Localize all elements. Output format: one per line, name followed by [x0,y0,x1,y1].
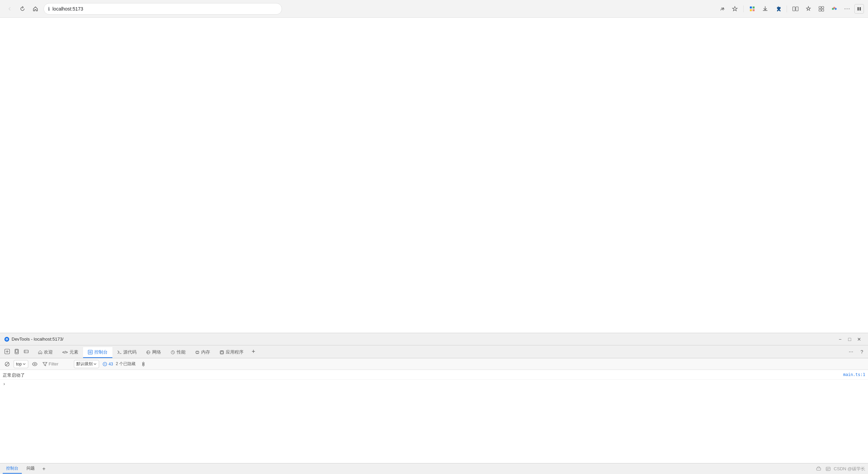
back-button[interactable] [4,3,15,14]
tab-performance[interactable]: 性能 [166,347,190,358]
console-output: 正常启动了 main.ts:1 › [0,370,868,463]
tab-more-button[interactable]: ··· [846,347,856,357]
devtools-panel-icons [1,347,32,358]
svg-rect-7 [796,7,798,11]
level-label: 默认级别 [76,361,93,367]
devtools-title-text: DevTools - localhost:5173/ [12,337,835,342]
tab-network[interactable]: 网络 [141,347,166,358]
devtools-logo [4,337,10,342]
application-tab-icon [220,350,224,355]
svg-rect-23 [16,350,18,353]
browser-chrome: ℹ localhost:5173 A 𝗔 [0,0,868,18]
devtools-maximize-button[interactable]: □ [845,334,854,344]
level-selector[interactable]: 默认级别 [74,360,99,368]
home-tab-icon [38,350,42,354]
svg-rect-6 [793,7,795,11]
top-dropdown-icon [22,362,26,366]
filter-input[interactable]: Filter [49,361,69,366]
message-icon [102,362,107,366]
devtools-icon-device[interactable] [12,347,21,356]
level-dropdown-icon [93,362,97,366]
svg-rect-30 [221,352,223,354]
devtools-panel: DevTools - localhost:5173/ − □ ✕ [0,333,868,474]
console-prompt-row: › [0,380,868,388]
split-screen-button[interactable] [790,3,801,15]
tab-welcome[interactable]: 欢迎 [33,347,58,358]
copilot-button[interactable] [828,3,840,15]
favorites-button[interactable] [729,3,741,15]
tab-help-button[interactable]: ? [857,347,867,357]
svg-point-32 [34,363,35,365]
toolbar-right: A 𝗔 [716,3,864,15]
svg-rect-8 [819,6,821,9]
sources-tab-icon [117,350,122,355]
filter-icon [43,362,47,366]
watermark: CSDN @碳学长 [834,466,865,472]
console-tab-icon [88,350,93,355]
address-bar[interactable]: ℹ localhost:5173 [44,3,282,15]
devtools-icon-inspect[interactable] [3,347,12,356]
bottom-icon-1[interactable] [815,465,823,473]
tab-application[interactable]: 应用程序 [215,347,248,358]
svg-point-20 [6,339,7,340]
browser-essentials-button[interactable] [772,3,784,15]
devtools-tabs: 欢迎 </> 元素 控制台 源代码 网络 [0,345,868,358]
svg-rect-4 [750,9,752,11]
bottom-tab-console[interactable]: 控制台 [3,464,22,474]
svg-rect-17 [859,7,861,11]
eye-button[interactable] [30,360,39,369]
favorites-bar-button[interactable] [803,3,814,15]
svg-point-24 [16,353,17,354]
message-count-num: 43 [109,362,113,366]
memory-tab-icon [195,350,200,355]
devtools-tab-more: ··· ? [846,347,867,357]
console-toolbar: top Filter 默认级别 [0,358,868,370]
svg-rect-2 [750,6,752,9]
top-selector[interactable]: top [14,360,28,368]
console-settings-button[interactable] [139,360,148,369]
hidden-count: 2 个已隐藏 [116,361,136,367]
tab-memory[interactable]: 内存 [190,347,215,358]
workspaces-button[interactable] [816,3,827,15]
refresh-button[interactable] [17,3,28,14]
more-button[interactable]: ··· [841,3,853,15]
svg-rect-3 [753,6,755,9]
bottom-tab-issues[interactable]: 问题 [23,464,38,474]
log-source-0[interactable]: main.ts:1 [843,372,865,377]
prompt-chevron[interactable]: › [3,381,5,387]
filter-section: Filter [43,361,69,366]
top-label: top [16,362,22,366]
svg-point-14 [833,7,835,9]
svg-rect-34 [817,468,821,470]
tab-sources[interactable]: 源代码 [112,347,141,358]
svg-rect-35 [826,467,830,471]
toolbar-separator-1 [743,5,744,12]
info-icon: ℹ [48,6,50,12]
tab-elements[interactable]: </> 元素 [58,347,83,358]
downloads-button[interactable] [759,3,771,15]
bottom-icon-2[interactable] [824,465,832,473]
home-button[interactable] [30,3,41,14]
clear-console-button[interactable] [3,360,12,369]
log-message-0: 正常启动了 [3,372,840,378]
extensions-button[interactable] [746,3,758,15]
devtools-bottom-bar: 控制台 问题 + CSDN @碳学长 [0,463,868,474]
bottom-right-icons: CSDN @碳学长 [815,465,865,473]
url-text: localhost:5173 [52,6,83,12]
tab-add[interactable]: + [248,347,259,358]
toolbar-separator-2 [787,5,787,12]
nav-buttons [4,3,41,14]
bottom-tab-add[interactable]: + [40,464,48,473]
read-aloud-button[interactable]: A 𝗔 [716,3,728,15]
svg-rect-5 [753,9,755,11]
devtools-minimize-button[interactable]: − [835,334,845,344]
browser-content [0,18,868,333]
performance-tab-icon [171,350,175,355]
tab-console[interactable]: 控制台 [83,347,112,358]
devtools-close-button[interactable]: ✕ [854,334,864,344]
devtools-icon-elements[interactable] [22,347,31,356]
network-tab-icon [146,350,151,355]
profile-button[interactable] [854,4,864,14]
svg-text:𝗔: 𝗔 [722,7,725,10]
svg-rect-11 [822,9,824,11]
